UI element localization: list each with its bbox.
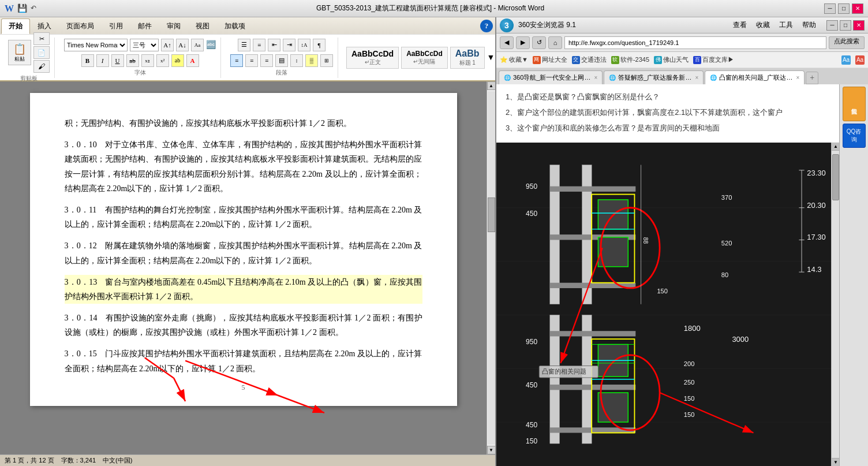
addon-icon2: Aa [855,55,865,65]
browser-tab-0[interactable]: 🌐 360导航_新一代安全上网… × [499,70,603,84]
scroll-down-btn[interactable]: ▼ [487,446,496,454]
svg-text:950: 950 [526,183,537,191]
indent-btn[interactable]: ⇥ [283,39,295,51]
strikethrough-btn[interactable]: ab [126,54,139,67]
copy-btn[interactable]: 📄 [33,46,50,59]
bookmark-baidu[interactable]: 百 百度文库▶ [693,55,734,64]
scrollbar-track[interactable] [488,91,495,445]
tab-addins[interactable]: 加载项 [217,18,253,34]
shrink-font-btn[interactable]: A↓ [176,39,189,51]
close-btn[interactable]: ✕ [852,3,863,14]
paste-btn[interactable]: 📋 粘贴 [8,40,31,65]
word-document-body[interactable]: 积；无围护结构、有围护设施的，应按其结构底板水平投影面积计算 1／2 面积。 3… [0,81,487,454]
browser-tab-1[interactable]: 🌐 答疑解惑_广联达服务新… × [604,70,704,84]
refresh-btn[interactable]: ↺ [532,36,546,49]
tab-reference[interactable]: 引用 [102,18,130,34]
browser-menu-view[interactable]: 查看 [733,20,747,30]
style-normal-btn[interactable]: AaBbCcDd ↵正文 [346,47,399,69]
svg-text:200: 200 [684,360,695,367]
back-btn[interactable]: ◀ [500,36,514,49]
browser-scroll-down[interactable]: ▼ [832,458,839,466]
minimize-btn[interactable]: ─ [824,3,836,14]
bookmark-nav[interactable]: 网 网址大全 [533,55,567,64]
format-painter-btn[interactable]: 🖌 [33,60,50,73]
para-p3: 3．0．11 有围护结构的舞台灯光控制室，应按其围护结构外围水平面积计算。结构层… [65,203,422,232]
quick-access-save[interactable]: 💾 [17,3,27,13]
quick-access-undo[interactable]: ↶ [31,4,36,13]
subscript-btn[interactable]: x₂ [141,54,154,67]
word-help-btn[interactable]: ? [480,20,493,32]
shading-btn[interactable]: ▒ [305,54,318,67]
superscript-btn[interactable]: x² [156,54,169,67]
browser-maximize-btn[interactable]: □ [840,20,851,31]
svg-text:14.3: 14.3 [807,266,821,274]
search-btn[interactable]: 点此搜索 [829,36,865,49]
clear-format-btn[interactable]: Aa [191,39,204,51]
bullet-list-btn[interactable]: ☰ [238,39,250,51]
browser-menu-help[interactable]: 帮助 [802,20,816,30]
qq-consult-btn[interactable]: QQ咨询 [843,124,866,148]
scroll-up-btn[interactable]: ▲ [487,81,496,90]
font-color-btn[interactable]: A [186,54,199,67]
qa-section: 1、是凸窗还是飘窗？凸窗飘窗的区别是什么？ 2、窗户这个部位的建筑面积如何计算，… [496,84,839,143]
italic-btn[interactable]: I [96,54,109,67]
tab-view[interactable]: 视图 [188,18,217,34]
tab-label-1: 答疑解惑_广联达服务新… [618,73,691,82]
sort-btn[interactable]: ↕A [298,39,310,51]
num-list-btn[interactable]: ≡ [253,39,265,51]
bookmark-traffic[interactable]: 交 交通违法 [572,55,607,64]
forward-btn[interactable]: ▶ [516,36,530,49]
cad-drawing-area: 23.30 20.30 17.30 14.3 [496,143,839,466]
browser-menu-tools[interactable]: 工具 [779,20,793,30]
underline-btn[interactable]: U [111,54,124,67]
browser-menu-collect[interactable]: 收藏 [756,20,770,30]
align-center-btn[interactable]: ≡ [245,54,258,67]
maximize-btn[interactable]: □ [838,3,850,14]
bookmark-software[interactable]: 软 软件-2345 [611,55,649,64]
svg-text:450: 450 [526,422,537,430]
tab-insert[interactable]: 插入 [30,18,59,34]
bold-btn[interactable]: B [81,54,94,67]
style-heading1-btn[interactable]: AaBb 标题 1 [450,47,485,69]
border-btn[interactable]: ⊞ [320,54,333,67]
highlight-btn[interactable]: ab [171,54,184,67]
soft-icon: 软 [611,56,619,64]
tab-icon-1: 🌐 [609,74,616,81]
show-marks-btn[interactable]: ¶ [313,39,326,51]
styles-more-btn[interactable]: ▼ [487,53,495,62]
cut-btn[interactable]: ✂ [33,32,50,45]
tab-layout[interactable]: 页面布局 [59,18,102,34]
browser-minimize-btn[interactable]: ─ [826,20,838,31]
nav-icon: 网 [533,56,541,64]
tab-close-1[interactable]: × [695,74,698,81]
scrollbar-thumb[interactable] [488,197,495,232]
tab-home[interactable]: 开始 [1,18,30,34]
outdent-btn[interactable]: ⇤ [268,39,280,51]
font-selector[interactable]: Times New Roman [64,39,128,51]
browser-close-btn[interactable]: ✕ [853,20,865,31]
tab-close-2[interactable]: × [796,74,799,81]
home-btn[interactable]: ⌂ [548,36,562,49]
grow-font-btn[interactable]: A↑ [161,39,174,51]
align-left-btn[interactable]: ≡ [230,54,243,67]
follow-us-btn[interactable]: 关注我们 [843,87,866,121]
browser-scroll-up[interactable]: ▲ [832,143,839,151]
line-spacing-btn[interactable]: ↕ [290,54,303,67]
browser-scroll-thumb[interactable] [832,154,839,200]
browser-tab-2[interactable]: 🌐 凸窗的相关问题_广联达… × [705,70,805,84]
font-size-selector[interactable]: 三号 [130,39,159,51]
new-tab-btn[interactable]: + [806,72,818,84]
word-vertical-scrollbar[interactable]: ▲ ▼ [487,81,495,454]
tab-mail[interactable]: 邮件 [130,18,159,34]
align-justify-btn[interactable]: ▤ [275,54,288,67]
align-right-btn[interactable]: ≡ [260,54,273,67]
tab-review[interactable]: 审阅 [159,18,188,34]
tab-close-0[interactable]: × [594,74,597,81]
ribbon-tabs: 开始 插入 页面布局 引用 邮件 审阅 视图 加载项 ? [0,17,495,34]
bookmark-collect[interactable]: ⭐ 收藏▼ [500,55,528,64]
style-nospace-btn[interactable]: AaBbCcDd ↵无间隔 [401,47,448,69]
bookmark-weather[interactable]: 佛 佛山天气 [654,55,689,64]
address-input[interactable] [564,36,826,49]
para-p1: 积；无围护结构、有围护设施的，应按其结构底板水平投影面积计算 1／2 面积。 [65,116,422,131]
browser-scrollbar[interactable]: ▲ ▼ [831,143,839,466]
